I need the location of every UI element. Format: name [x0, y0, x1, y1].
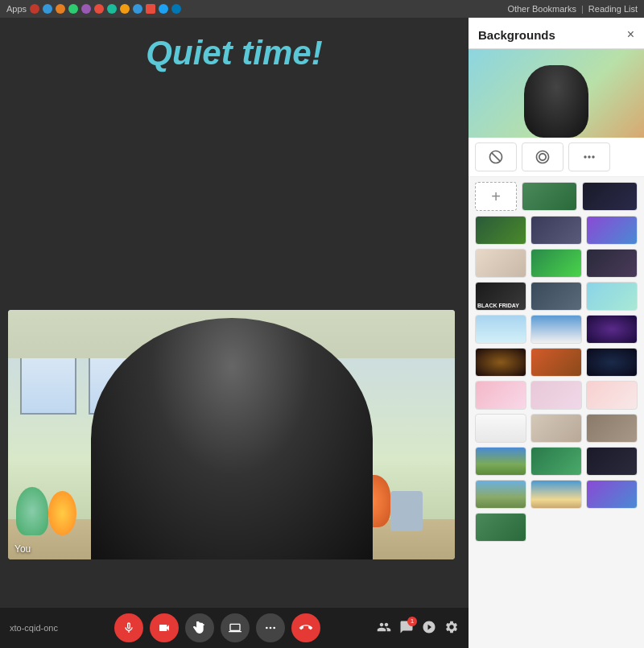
thumbnail-grid: BLACK FRIDAY Animated characters sitting… [475, 216, 638, 542]
thumbnail-colorful-2[interactable] [586, 480, 638, 509]
thumbnail-colorful[interactable] [586, 216, 638, 245]
panel-title: Backgrounds [478, 28, 555, 42]
thumbnail-dark-room[interactable] [586, 447, 638, 476]
browser-apps: Apps [6, 4, 181, 14]
people-button[interactable] [377, 620, 391, 637]
mute-button[interactable] [114, 613, 143, 642]
close-panel-button[interactable]: × [627, 27, 634, 42]
thumbnail-purple-stars[interactable] [586, 315, 638, 344]
thumbnail-nature[interactable] [522, 182, 577, 211]
blur-more-button[interactable] [568, 142, 610, 171]
thumbnail-autumn[interactable] [530, 348, 582, 377]
thumbnail-snoopy[interactable] [475, 249, 526, 278]
thumbnail-nature-2[interactable] [475, 513, 526, 542]
thumbnail-sky[interactable] [530, 315, 582, 344]
add-background-button[interactable]: + [475, 182, 517, 211]
apps-label: Apps [6, 4, 27, 14]
thumbnail-tropical[interactable] [530, 447, 582, 476]
app-icon-8 [133, 4, 142, 14]
chat-button[interactable]: 1 [399, 620, 414, 637]
app-icon-4 [81, 4, 91, 14]
blur-background-button[interactable] [522, 142, 564, 171]
app-icon-11 [171, 4, 181, 14]
browser-bar: Apps Other Bookmarks | Reading List [0, 0, 644, 18]
person-silhouette [91, 318, 373, 559]
slide-text: Quiet time! [146, 34, 322, 72]
thumbnail-bookshelf[interactable] [586, 414, 638, 443]
meeting-id: xto-cqid-onc [10, 623, 58, 633]
app-icon-1 [43, 4, 52, 14]
present-button[interactable] [221, 613, 250, 642]
chat-badge: 1 [407, 617, 417, 626]
backgrounds-panel: Backgrounds × + [469, 18, 644, 648]
video-content [8, 310, 455, 559]
svg-point-2 [273, 627, 275, 629]
thumbnail-outdoor2[interactable] [475, 480, 526, 509]
thumbnail-fireworks[interactable] [475, 348, 526, 377]
app-icon-10 [159, 4, 168, 14]
svg-point-1 [270, 627, 272, 629]
thumbnail-cartoon[interactable] [586, 282, 638, 311]
thumbnail-green-hand[interactable] [530, 249, 582, 278]
person-figure [8, 310, 455, 559]
video-tile: You [8, 310, 455, 559]
thumbnail-indoors[interactable] [530, 414, 582, 443]
settings-button[interactable] [444, 620, 459, 637]
app-icon-amazon [30, 4, 39, 14]
app-icon-3 [68, 4, 78, 14]
app-icon-7 [120, 4, 130, 14]
app-icon-5 [94, 4, 104, 14]
main-area: 🎤 Quiet time! [0, 18, 644, 648]
raise-hand-button[interactable] [185, 613, 214, 642]
preview-person [524, 65, 588, 138]
thumbnail-scroll[interactable]: + BLACK FRIDAY Animated characters sitti… [469, 177, 644, 648]
no-background-button[interactable] [475, 142, 517, 171]
thumbnail-crowd[interactable] [530, 282, 582, 311]
add-background-row: + [475, 182, 638, 211]
camera-button[interactable] [150, 613, 179, 642]
app-icon-9 [146, 4, 155, 14]
thumbnail-light-blue[interactable] [475, 315, 526, 344]
activities-button[interactable] [422, 620, 436, 637]
thumbnail-pink[interactable] [475, 381, 526, 410]
thumbnail-mountains[interactable] [475, 447, 526, 476]
thumbnail-dark[interactable] [582, 182, 638, 211]
thumbnail-blossoms[interactable] [586, 381, 638, 410]
thumbnail-dark-text[interactable] [586, 249, 638, 278]
reading-list-label: Reading List [588, 4, 638, 14]
thumbnail-polka[interactable] [530, 381, 582, 410]
video-label: You [14, 543, 31, 555]
thumbnail-city[interactable] [530, 216, 582, 245]
thumbnail-forest[interactable] [475, 216, 526, 245]
end-call-button[interactable] [285, 608, 326, 648]
browser-right: Other Bookmarks | Reading List [507, 4, 638, 14]
thumbnail-blackfriday[interactable]: BLACK FRIDAY Animated characters sitting… [475, 282, 526, 311]
thumbnail-night-sky[interactable] [586, 348, 638, 377]
thumbnail-light[interactable] [475, 414, 526, 443]
thumb-controls [469, 138, 644, 177]
more-options-button[interactable] [256, 613, 285, 642]
svg-point-0 [266, 627, 268, 629]
bottom-toolbar: xto-cqid-onc [0, 608, 469, 648]
thumbnail-beach[interactable] [530, 480, 582, 509]
app-icon-6 [107, 4, 117, 14]
preview-thumbnail [469, 49, 644, 138]
bookmarks-label: Other Bookmarks [507, 4, 576, 14]
app-icon-2 [56, 4, 65, 14]
toolbar-right: 1 [377, 620, 459, 637]
toolbar-center [114, 613, 320, 642]
panel-header: Backgrounds × [469, 18, 644, 49]
main-content: Quiet time! [0, 18, 469, 608]
